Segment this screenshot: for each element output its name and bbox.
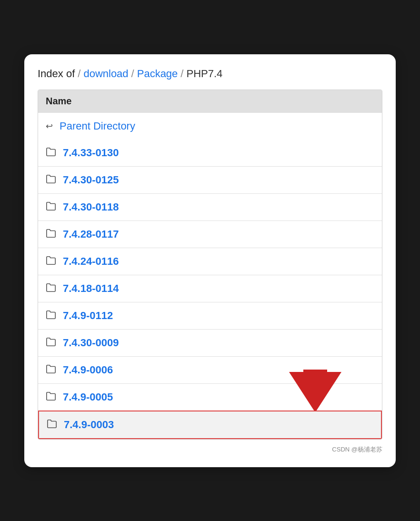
folder-icon xyxy=(46,391,56,403)
folder-link[interactable]: 7.4.18-0114 xyxy=(63,282,119,295)
table-row[interactable]: 7.4.30-0118 xyxy=(38,193,382,220)
breadcrumb-sep2: / xyxy=(131,68,134,80)
table-row[interactable]: 7.4.18-0114 xyxy=(38,275,382,302)
breadcrumb-current: PHP7.4 xyxy=(186,68,222,80)
table-header: Name xyxy=(38,90,382,112)
folder-link[interactable]: 7.4.24-0116 xyxy=(63,255,119,268)
table-row[interactable]: 7.4.30-0125 xyxy=(38,166,382,193)
table-row[interactable]: 7.4.30-0009 xyxy=(38,329,382,356)
breadcrumb-sep1: / xyxy=(78,68,80,80)
folder-icon xyxy=(47,419,57,431)
folder-icon xyxy=(46,201,56,213)
table-row[interactable]: 7.4.9-0112 xyxy=(38,302,382,329)
folder-link[interactable]: 7.4.33-0130 xyxy=(63,147,119,159)
table-row[interactable]: 7.4.24-0116 xyxy=(38,248,382,275)
folder-link[interactable]: 7.4.9-0112 xyxy=(63,310,113,322)
folder-icon xyxy=(46,282,56,295)
main-card: Index of / download / Package / PHP7.4 N… xyxy=(24,54,396,467)
folder-link[interactable]: 7.4.9-0005 xyxy=(63,391,113,403)
folder-link[interactable]: 7.4.30-0118 xyxy=(63,201,119,213)
breadcrumb-sep3: / xyxy=(180,68,183,80)
folder-link[interactable]: 7.4.9-0003 xyxy=(64,419,114,431)
folder-link[interactable]: 7.4.30-0125 xyxy=(63,174,119,186)
folder-icon xyxy=(46,174,56,186)
folder-icon xyxy=(46,337,56,349)
folder-link[interactable]: 7.4.30-0009 xyxy=(63,337,119,349)
folder-icon xyxy=(46,310,56,322)
table-row[interactable]: 7.4.9-0005 xyxy=(38,383,382,411)
watermark-text: CSDN @杨浦老苏 xyxy=(332,446,382,453)
breadcrumb-link-download[interactable]: download xyxy=(83,68,128,80)
table-row[interactable]: 7.4.9-0003 xyxy=(38,411,382,439)
folder-icon xyxy=(46,364,56,376)
parent-directory-row[interactable]: ↩ Parent Directory xyxy=(38,112,382,140)
watermark: CSDN @杨浦老苏 xyxy=(38,445,382,454)
table-row[interactable]: 7.4.9-0006 xyxy=(38,356,382,383)
file-list: Name ↩ Parent Directory 7.4.33-0130 7.4.… xyxy=(38,90,382,440)
folder-link[interactable]: 7.4.9-0006 xyxy=(63,364,113,376)
folder-icon xyxy=(46,255,56,268)
folder-icon xyxy=(46,228,56,240)
column-name-header: Name xyxy=(46,96,71,106)
rows-container: 7.4.33-0130 7.4.30-0125 7.4.30-0118 7.4.… xyxy=(38,140,382,439)
folder-icon xyxy=(46,147,56,159)
breadcrumb: Index of / download / Package / PHP7.4 xyxy=(38,68,382,80)
breadcrumb-prefix: Index of xyxy=(38,68,75,80)
table-row[interactable]: 7.4.28-0117 xyxy=(38,220,382,248)
back-icon: ↩ xyxy=(46,121,53,131)
table-row[interactable]: 7.4.33-0130 xyxy=(38,140,382,166)
parent-directory-link[interactable]: Parent Directory xyxy=(60,120,135,132)
breadcrumb-link-package[interactable]: Package xyxy=(137,68,178,80)
folder-link[interactable]: 7.4.28-0117 xyxy=(63,228,119,240)
